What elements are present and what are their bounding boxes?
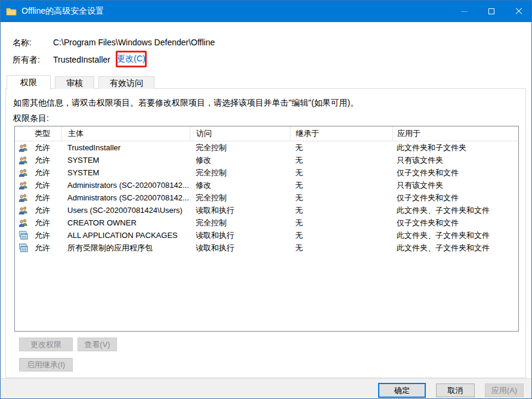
permission-row[interactable]: 允许 所有受限制的应用程序包 读取和执行 无 此文件夹、子文件夹和文件 xyxy=(15,242,518,254)
permission-entries-list: 类型 主体 访问 继承于 应用于 允许 TrustedInstaller 完全控… xyxy=(14,126,519,332)
users-icon xyxy=(18,193,28,202)
cell-type: 允许 xyxy=(35,193,50,203)
list-header-row: 类型 主体 访问 继承于 应用于 xyxy=(15,126,518,141)
cell-principal: ALL APPLICATION PACKAGES xyxy=(61,231,190,240)
maximize-button[interactable] xyxy=(478,1,505,22)
users-icon xyxy=(18,181,28,190)
instruction-text: 如需其他信息，请双击权限项目。若要修改权限项目，请选择该项目并单击"编辑"(如果… xyxy=(13,98,358,109)
apply-button[interactable]: 应用(A) xyxy=(485,383,524,397)
cell-applies-to: 仅子文件夹和文件 xyxy=(392,193,518,203)
permission-row[interactable]: 允许 CREATOR OWNER 完全控制 无 仅子文件夹和文件 xyxy=(15,216,518,229)
change-owner-link[interactable]: 更改(C) xyxy=(117,54,145,64)
cell-applies-to: 此文件夹、子文件夹和文件 xyxy=(392,205,518,216)
cell-inherited-from: 无 xyxy=(290,218,392,228)
permission-row[interactable]: 允许 Administrators (SC-20200708142... 完全控… xyxy=(15,191,518,204)
cell-principal: Administrators (SC-20200708142... xyxy=(61,193,190,202)
tab-strip: 权限 审核 有效访问 xyxy=(7,75,154,89)
column-header-inherited-from[interactable]: 继承于 xyxy=(290,126,392,141)
users-icon xyxy=(18,206,28,215)
app-package-icon xyxy=(18,243,28,252)
cell-inherited-from: 无 xyxy=(290,168,392,178)
cell-access: 读取和执行 xyxy=(190,205,290,216)
red-highlight-box: 更改(C) xyxy=(116,51,147,67)
cell-access: 读取和执行 xyxy=(190,230,290,241)
users-icon xyxy=(18,143,28,152)
cell-access: 完全控制 xyxy=(190,143,290,153)
enable-inheritance-button[interactable]: 启用继承(I) xyxy=(19,358,73,372)
folder-icon xyxy=(6,7,17,16)
permission-row[interactable]: 允许 TrustedInstaller 完全控制 无 此文件夹和子文件夹 xyxy=(15,141,518,154)
column-header-type[interactable]: 类型 xyxy=(15,126,61,141)
column-header-applies-to[interactable]: 应用于 xyxy=(392,126,518,141)
close-button[interactable] xyxy=(505,1,532,22)
cell-inherited-from: 无 xyxy=(290,205,392,216)
column-header-principal[interactable]: 主体 xyxy=(61,126,190,141)
tab-effective-access[interactable]: 有效访问 xyxy=(98,76,154,89)
change-permissions-button[interactable]: 更改权限 xyxy=(19,338,73,351)
cell-applies-to: 仅子文件夹和文件 xyxy=(392,168,518,178)
cell-principal: SYSTEM xyxy=(61,168,190,177)
users-icon xyxy=(18,156,28,165)
cell-principal: SYSTEM xyxy=(61,156,190,165)
permission-row[interactable]: 允许 SYSTEM 修改 无 只有该文件夹 xyxy=(15,154,518,166)
cell-principal: TrustedInstaller xyxy=(61,143,190,152)
cell-type: 允许 xyxy=(35,243,50,253)
cell-type: 允许 xyxy=(35,230,50,241)
cell-access: 读取和执行 xyxy=(190,243,290,253)
cell-applies-to: 只有该文件夹 xyxy=(392,180,518,191)
tab-permissions[interactable]: 权限 xyxy=(7,75,51,89)
minimize-button[interactable] xyxy=(450,1,478,22)
cell-inherited-from: 无 xyxy=(290,143,392,153)
cell-principal: 所有受限制的应用程序包 xyxy=(61,243,190,253)
cell-applies-to: 此文件夹和子文件夹 xyxy=(392,143,518,153)
permission-row[interactable]: 允许 Administrators (SC-20200708142... 修改 … xyxy=(15,179,518,191)
cell-inherited-from: 无 xyxy=(290,230,392,241)
tab-auditing[interactable]: 审核 xyxy=(55,76,94,89)
cell-access: 修改 xyxy=(190,180,290,191)
cell-access: 修改 xyxy=(190,155,290,166)
dialog-footer: 确定 取消 应用(A) xyxy=(1,378,532,399)
permission-row[interactable]: 允许 Users (SC-202007081424\Users) 读取和执行 无… xyxy=(15,204,518,216)
users-icon xyxy=(18,168,28,177)
cell-access: 完全控制 xyxy=(190,193,290,203)
cell-type: 允许 xyxy=(35,218,50,228)
permission-row[interactable]: 允许 ALL APPLICATION PACKAGES 读取和执行 无 此文件夹… xyxy=(15,229,518,242)
cell-type: 允许 xyxy=(35,168,50,178)
permission-entries-label: 权限条目: xyxy=(13,113,49,124)
cell-inherited-from: 无 xyxy=(290,155,392,166)
cell-inherited-from: 无 xyxy=(290,243,392,253)
cell-applies-to: 只有该文件夹 xyxy=(392,155,518,166)
name-label: 名称: xyxy=(13,38,32,48)
permission-row[interactable]: 允许 SYSTEM 完全控制 无 仅子文件夹和文件 xyxy=(15,166,518,179)
cell-access: 完全控制 xyxy=(190,218,290,228)
owner-label: 所有者: xyxy=(13,55,40,66)
cell-type: 允许 xyxy=(35,180,50,191)
cell-applies-to: 此文件夹、子文件夹和文件 xyxy=(392,230,518,241)
app-package-icon xyxy=(18,231,28,240)
cell-principal: CREATOR OWNER xyxy=(61,218,190,227)
permissions-tab-page: 如需其他信息，请双击权限项目。若要修改权限项目，请选择该项目并单击"编辑"(如果… xyxy=(5,88,526,378)
close-icon xyxy=(515,8,522,15)
users-icon xyxy=(18,218,28,227)
name-value: C:\Program Files\Windows Defender\Offlin… xyxy=(53,38,215,47)
cell-applies-to: 仅子文件夹和文件 xyxy=(392,218,518,228)
owner-value: TrustedInstaller xyxy=(53,55,110,64)
column-header-access[interactable]: 访问 xyxy=(190,126,290,141)
view-button[interactable]: 查看(V) xyxy=(78,338,117,351)
maximize-icon xyxy=(488,8,494,14)
cell-inherited-from: 无 xyxy=(290,193,392,203)
cell-principal: Administrators (SC-20200708142... xyxy=(61,181,190,190)
titlebar: Offline的高级安全设置 xyxy=(1,1,532,22)
minimize-icon xyxy=(461,11,468,12)
cell-type: 允许 xyxy=(35,155,50,166)
cell-access: 完全控制 xyxy=(190,168,290,178)
cell-type: 允许 xyxy=(35,205,50,216)
cell-type: 允许 xyxy=(35,143,50,153)
window-title: Offline的高级安全设置 xyxy=(21,6,450,17)
ok-button[interactable]: 确定 xyxy=(378,383,426,398)
cell-principal: Users (SC-202007081424\Users) xyxy=(61,206,190,215)
cell-applies-to: 此文件夹、子文件夹和文件 xyxy=(392,243,518,253)
cell-inherited-from: 无 xyxy=(290,180,392,191)
advanced-security-settings-window: Offline的高级安全设置 名称: C:\Program Files\Wind… xyxy=(0,0,532,399)
cancel-button[interactable]: 取消 xyxy=(436,383,475,397)
